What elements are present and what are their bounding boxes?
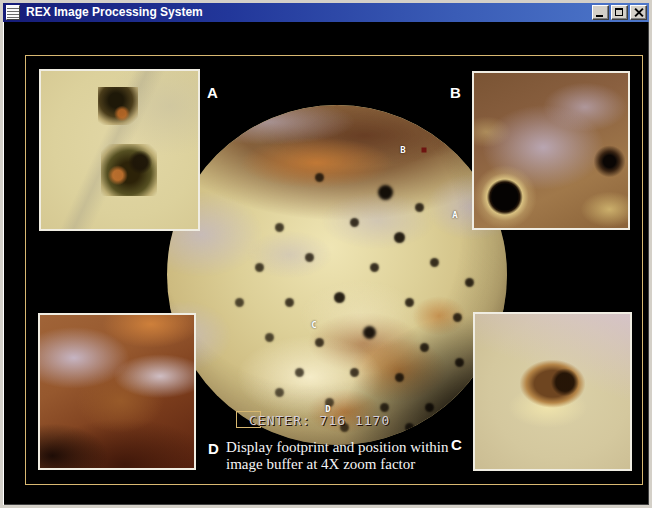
inset-a-volcanic-feature-upper xyxy=(98,87,138,125)
maximize-icon xyxy=(615,8,623,16)
center-readout: CENTER: 716 1170 xyxy=(249,413,390,428)
title-bar: REX Image Processing System xyxy=(3,3,649,22)
close-icon xyxy=(634,8,643,17)
caption-line-2: image buffer at 4X zoom factor xyxy=(226,456,496,473)
window-title: REX Image Processing System xyxy=(26,3,592,22)
inset-image-c xyxy=(473,312,632,471)
minimize-button[interactable] xyxy=(592,5,609,20)
caption-label-d: D xyxy=(208,440,219,457)
app-window: REX Image Processing System xyxy=(0,0,652,508)
inset-a-volcanic-feature-center xyxy=(101,144,157,196)
viewer-canvas: A B C BACD CENTER: 716 1170 D Display fo… xyxy=(6,25,646,502)
inset-label-b: B xyxy=(450,84,461,101)
window-controls xyxy=(592,5,647,20)
caption-line-1: Display footprint and position within xyxy=(226,439,496,456)
moon-limb-shadow xyxy=(167,105,507,445)
caption-text: Display footprint and position within im… xyxy=(226,439,496,473)
io-globe-image[interactable] xyxy=(167,105,507,445)
inset-image-bottom-left xyxy=(38,313,196,470)
minimize-icon xyxy=(596,15,603,17)
close-button[interactable] xyxy=(630,5,647,20)
inset-image-a xyxy=(39,69,200,231)
maximize-button[interactable] xyxy=(611,5,628,20)
window-menu-icon[interactable] xyxy=(6,5,20,20)
inset-label-a: A xyxy=(207,84,218,101)
inset-image-b xyxy=(472,71,630,230)
